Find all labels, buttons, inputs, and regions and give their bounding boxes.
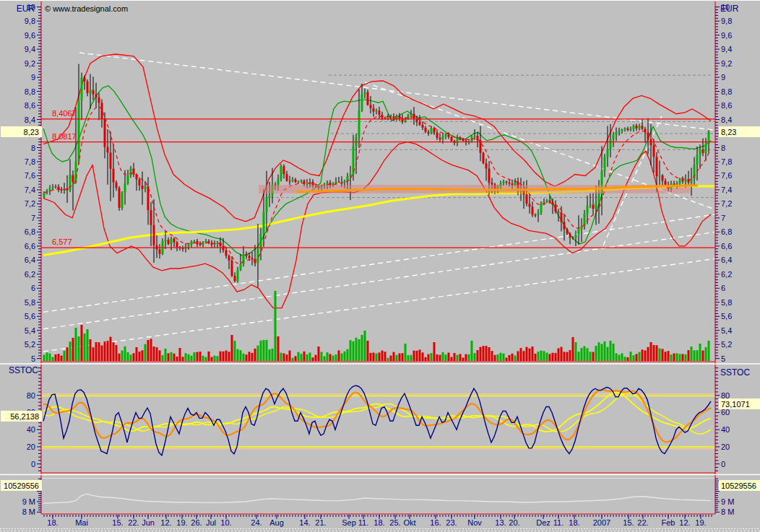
sstoc-value-box-right: 73,1071 <box>719 398 760 409</box>
svg-text:40: 40 <box>721 425 730 434</box>
svg-text:8,8: 8,8 <box>721 87 732 96</box>
chart-canvas[interactable]: 8,40678,08176,57755,25,45,65,866,26,46,6… <box>0 0 760 532</box>
stochastic-pane[interactable] <box>41 385 715 455</box>
svg-text:Aug: Aug <box>269 518 284 527</box>
volume-bars <box>43 291 710 361</box>
svg-text:8,0817: 8,0817 <box>52 132 77 141</box>
svg-text:Sep: Sep <box>342 518 356 527</box>
separators <box>0 1 760 531</box>
svg-text:11.: 11. <box>358 518 368 527</box>
svg-text:Okt: Okt <box>403 518 415 527</box>
svg-text:12.: 12. <box>160 518 171 527</box>
copyright-label: © www.tradesignal.com <box>45 4 128 13</box>
svg-text:Dez: Dez <box>536 518 550 527</box>
svg-text:2007: 2007 <box>593 518 610 527</box>
svg-text:18.: 18. <box>569 518 579 527</box>
svg-text:16.: 16. <box>430 518 441 527</box>
svg-text:24.: 24. <box>251 518 262 527</box>
svg-text:22.: 22. <box>128 518 139 527</box>
svg-text:9,6: 9,6 <box>721 31 732 40</box>
svg-text:8: 8 <box>31 144 35 152</box>
svg-text:8,4: 8,4 <box>25 115 35 124</box>
svg-text:22.: 22. <box>637 518 648 527</box>
svg-text:5,8: 5,8 <box>721 298 732 307</box>
currency-label-right: EUR <box>720 4 738 14</box>
svg-text:9: 9 <box>721 73 725 82</box>
svg-text:Mai: Mai <box>75 518 88 527</box>
svg-text:5,8: 5,8 <box>25 298 35 307</box>
svg-text:7: 7 <box>31 214 35 222</box>
svg-text:6,4: 6,4 <box>25 256 35 264</box>
svg-text:20: 20 <box>721 442 730 451</box>
svg-text:60: 60 <box>721 408 730 417</box>
price-axis-right[interactable]: 55,25,45,65,866,26,46,66,877,27,47,67,88… <box>715 3 732 363</box>
svg-text:8,8: 8,8 <box>25 87 35 96</box>
svg-text:5: 5 <box>31 354 35 363</box>
svg-text:19.: 19. <box>695 518 706 527</box>
sstoc-pane-title-left: SSTOC <box>0 365 38 375</box>
svg-text:6,577: 6,577 <box>52 237 72 246</box>
svg-text:5: 5 <box>721 354 725 363</box>
svg-text:5,4: 5,4 <box>25 326 35 335</box>
sstoc-value-box-left: 56,2138 <box>1 411 42 422</box>
svg-text:7,2: 7,2 <box>25 199 35 208</box>
svg-text:7,6: 7,6 <box>721 171 732 180</box>
svg-text:80: 80 <box>27 391 35 400</box>
svg-text:8,6: 8,6 <box>25 101 35 110</box>
svg-text:20.: 20. <box>509 518 519 527</box>
svg-text:7,2: 7,2 <box>721 199 732 208</box>
svg-text:6: 6 <box>31 284 35 292</box>
svg-text:8,4: 8,4 <box>721 115 732 124</box>
svg-text:9 M: 9 M <box>721 497 734 506</box>
sstoc-pane-title-right: SSTOC <box>720 367 750 378</box>
svg-text:5,6: 5,6 <box>25 312 35 320</box>
svg-text:5,2: 5,2 <box>25 340 35 349</box>
bollinger-bands <box>43 54 711 308</box>
svg-text:Nov: Nov <box>467 518 482 527</box>
svg-text:9,4: 9,4 <box>721 45 732 53</box>
svg-text:14.: 14. <box>299 518 310 527</box>
svg-text:Jul: Jul <box>206 518 216 527</box>
svg-text:Feb: Feb <box>662 518 675 527</box>
price-axis-left[interactable]: 55,25,45,65,866,26,46,66,877,27,47,67,88… <box>25 3 41 363</box>
svg-text:8 M: 8 M <box>22 507 35 516</box>
svg-text:23.: 23. <box>446 518 457 527</box>
svg-text:6,2: 6,2 <box>721 270 732 279</box>
svg-text:0: 0 <box>31 460 35 468</box>
svg-text:15.: 15. <box>112 518 123 527</box>
svg-text:6,8: 6,8 <box>721 227 732 236</box>
svg-text:8: 8 <box>721 144 725 152</box>
svg-text:9,2: 9,2 <box>721 59 732 68</box>
svg-text:40: 40 <box>27 425 35 434</box>
svg-text:9,2: 9,2 <box>25 59 35 68</box>
current-price-box-left: 8,23 <box>1 126 42 137</box>
svg-text:6,6: 6,6 <box>25 242 35 250</box>
svg-text:7,6: 7,6 <box>25 171 35 180</box>
svg-text:Jun: Jun <box>142 518 155 527</box>
svg-text:5,6: 5,6 <box>721 312 732 320</box>
svg-text:19.: 19. <box>176 518 187 527</box>
svg-text:9,6: 9,6 <box>25 31 35 40</box>
svg-text:15.: 15. <box>623 518 634 527</box>
svg-text:12.: 12. <box>679 518 690 527</box>
svg-text:21.: 21. <box>315 518 326 527</box>
date-axis[interactable]: 18.Mai15.22.Jun12.19.26.Jul10.24.Aug14.2… <box>44 515 712 527</box>
svg-text:6,2: 6,2 <box>25 270 35 279</box>
chart-window: 8,40678,08176,57755,25,45,65,866,26,46,6… <box>0 0 760 532</box>
svg-text:7,8: 7,8 <box>721 157 732 166</box>
svg-text:8 M: 8 M <box>721 507 734 516</box>
currency-label-left: EUR <box>0 4 35 14</box>
current-price-box-right: 8,23 <box>719 126 760 137</box>
svg-text:9,4: 9,4 <box>25 45 35 53</box>
svg-text:10.: 10. <box>220 518 231 527</box>
svg-text:0: 0 <box>721 460 725 468</box>
volume-pane[interactable] <box>41 479 715 504</box>
volume-value-box-left: 10529556 <box>1 480 42 491</box>
svg-text:6,8: 6,8 <box>25 227 35 236</box>
svg-text:18.: 18. <box>47 518 58 527</box>
svg-text:6: 6 <box>721 284 725 292</box>
svg-text:9: 9 <box>31 73 35 82</box>
svg-text:5,4: 5,4 <box>721 326 732 335</box>
sstoc-axis-right[interactable]: 020406080 <box>715 368 730 471</box>
svg-text:26.: 26. <box>191 518 202 527</box>
